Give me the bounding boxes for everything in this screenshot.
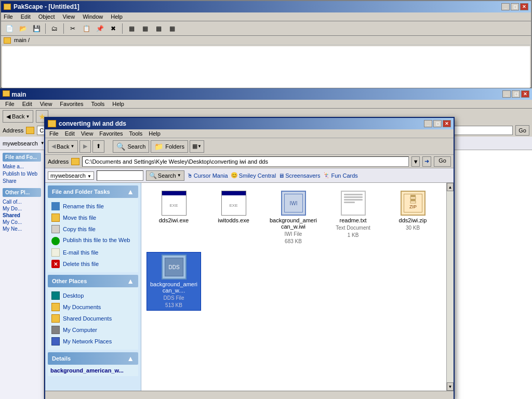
dialog-menu-fav[interactable]: Favorites bbox=[99, 130, 123, 137]
file-item-readme[interactable]: readme.txt Text Document 1 KB bbox=[326, 188, 380, 247]
tb-save[interactable]: 💾 bbox=[31, 23, 42, 34]
ie-back-menu-edit[interactable]: Edit bbox=[22, 101, 32, 107]
file-name-bg-dds: background_american_w.... bbox=[149, 281, 198, 294]
ie-back-share-link[interactable]: Share bbox=[3, 178, 41, 184]
addr-folder-icon bbox=[71, 158, 79, 165]
tb-delete[interactable]: ✖ bbox=[108, 23, 119, 34]
delete-task[interactable]: ✕ Delete this file bbox=[50, 258, 136, 270]
cursor-mania-link[interactable]: 🖱 Cursor Mania bbox=[187, 172, 228, 179]
file-name-readme: readme.txt bbox=[340, 217, 367, 223]
pakscape-close-btn[interactable]: ✕ bbox=[520, 3, 528, 10]
ie-back-btn[interactable]: ◀ Back▼ bbox=[3, 110, 33, 123]
dialog-menu-help[interactable]: Help bbox=[149, 130, 161, 137]
ie-back-close[interactable]: ✕ bbox=[521, 90, 529, 98]
shareddocs-place[interactable]: Shared Documents bbox=[50, 313, 136, 324]
mywebsearch-arrow: ▼ bbox=[87, 174, 91, 179]
ie-back-menu-tools[interactable]: Tools bbox=[91, 101, 105, 107]
ie-back-menu-help[interactable]: Help bbox=[112, 101, 124, 107]
other-places-header[interactable]: Other Places ▲ bbox=[48, 275, 138, 287]
scrollbar-track[interactable] bbox=[447, 191, 454, 382]
ie-back-go-btn[interactable]: Go bbox=[515, 125, 529, 136]
ie-back-menu-fav[interactable]: Favorites bbox=[60, 101, 83, 107]
svg-rect-4 bbox=[410, 197, 416, 199]
mycomputer-place[interactable]: My Computer bbox=[50, 324, 136, 336]
ie-back-place-1[interactable]: Call of... bbox=[3, 199, 41, 205]
folders-button[interactable]: 📁 Folders bbox=[151, 140, 188, 153]
addr-go-btn[interactable]: Go bbox=[434, 156, 451, 167]
addr-input[interactable] bbox=[82, 156, 409, 167]
desktop-place[interactable]: Desktop bbox=[50, 290, 136, 301]
addr-dropdown-btn[interactable]: ▼ bbox=[411, 156, 420, 167]
tb-view3[interactable]: ▦ bbox=[153, 23, 164, 34]
publish-task[interactable]: Publish this file to the Web bbox=[50, 235, 136, 247]
file-tasks-header[interactable]: File and Folder Tasks ▲ bbox=[48, 185, 138, 198]
dialog-restore-btn[interactable]: ◻ bbox=[433, 120, 442, 127]
addr-go-arrow[interactable]: ➜ bbox=[422, 156, 431, 167]
rename-task[interactable]: Rename this file bbox=[50, 201, 136, 212]
menu-file[interactable]: File bbox=[4, 14, 13, 20]
mynetwork-place[interactable]: My Network Places bbox=[50, 336, 136, 347]
dialog-menu-edit[interactable]: Edit bbox=[65, 130, 75, 137]
screensavers-link[interactable]: 🖥 Screensavers bbox=[278, 172, 320, 179]
move-task[interactable]: Move this file bbox=[50, 212, 136, 223]
file-item-bg-dds[interactable]: DDS background_american_w.... DDS File 5… bbox=[147, 252, 201, 311]
file-item-iwitodds-exe[interactable]: EXE iwitodds.exe bbox=[206, 188, 261, 247]
mywebsearch-input[interactable] bbox=[97, 170, 143, 181]
ie-back-minimize[interactable]: _ bbox=[502, 90, 511, 98]
ie-back-place-4[interactable]: My Co... bbox=[3, 219, 41, 225]
scrollbar-up-btn[interactable]: ▲ bbox=[447, 183, 454, 191]
mywebsearch-dropdown[interactable]: mywebsearch ▼ bbox=[48, 171, 94, 180]
dialog-minimize-btn[interactable]: _ bbox=[424, 120, 432, 127]
pakscape-restore-btn[interactable]: ◻ bbox=[511, 3, 519, 10]
ie-back-place-5[interactable]: My Ne... bbox=[3, 226, 41, 232]
copy-task[interactable]: Copy this file bbox=[50, 223, 136, 235]
exe-preview-2: EXE bbox=[221, 191, 246, 216]
tb-new[interactable]: 📄 bbox=[4, 23, 15, 34]
menu-edit[interactable]: Edit bbox=[21, 14, 31, 20]
ie-back-menu-view[interactable]: View bbox=[40, 101, 52, 107]
menu-object[interactable]: Object bbox=[38, 14, 55, 20]
tb-paste[interactable]: 📌 bbox=[94, 23, 105, 34]
dialog-menu-file[interactable]: File bbox=[49, 130, 59, 137]
ie-back-publish-link[interactable]: Publish to Web bbox=[3, 171, 41, 177]
ie-back-place-3[interactable]: Shared bbox=[3, 212, 41, 218]
details-header[interactable]: Details ▲ bbox=[48, 352, 138, 365]
search-button[interactable]: 🔍 Search bbox=[113, 140, 149, 153]
tb-copy[interactable]: 📋 bbox=[81, 23, 92, 34]
mywebsearch-bar: mywebsearch ▼ 🔍 Search ▼ 🖱 Cursor Mania … bbox=[45, 168, 454, 183]
up-button[interactable]: ⬆ bbox=[92, 140, 104, 153]
pakscape-content bbox=[2, 46, 530, 88]
menu-window[interactable]: Window bbox=[83, 14, 103, 20]
dialog-menu-view[interactable]: View bbox=[81, 130, 94, 137]
ie-back-place-2[interactable]: My Do... bbox=[3, 206, 41, 211]
file-item-bg-iwi[interactable]: IWI background_american_w.iwi IWI File 6… bbox=[266, 188, 321, 247]
scrollbar-down-btn[interactable]: ▼ bbox=[447, 382, 454, 391]
tb-open[interactable]: 📂 bbox=[17, 23, 29, 34]
tb-view1[interactable]: ▦ bbox=[126, 23, 137, 34]
fun-cards-link[interactable]: 🃏 Fun Cards bbox=[323, 172, 357, 179]
mydocs-place[interactable]: My Documents bbox=[50, 301, 136, 313]
mycomputer-icon bbox=[51, 326, 60, 334]
menu-help[interactable]: Help bbox=[111, 14, 123, 20]
pakscape-minimize-btn[interactable]: _ bbox=[501, 3, 510, 10]
tb-view2[interactable]: ▦ bbox=[139, 23, 151, 34]
file-item-zip[interactable]: ZIP dds2iwi.zip 30 KB bbox=[385, 188, 440, 247]
email-task[interactable]: E-mail this file bbox=[50, 247, 136, 258]
tb-view4[interactable]: ▦ bbox=[166, 23, 178, 34]
tb-cut[interactable]: ✂ bbox=[67, 23, 78, 34]
ie-back-menubar: File Edit View Favorites Tools Help bbox=[0, 100, 532, 109]
ie-back-menu-file[interactable]: File bbox=[5, 101, 15, 107]
tb-browse[interactable]: 🗂 bbox=[49, 23, 60, 34]
ie-back-file-tasks-hdr: File and Fo... bbox=[3, 153, 41, 162]
back-button[interactable]: ◀ Back ▼ bbox=[48, 140, 78, 153]
menu-view[interactable]: View bbox=[63, 14, 75, 20]
file-item-dds2iwi-exe[interactable]: EXE dds2iwi.exe bbox=[147, 188, 201, 247]
view-button[interactable]: ▦▼ bbox=[190, 140, 204, 153]
mywebsearch-search-btn[interactable]: 🔍 Search ▼ bbox=[146, 170, 184, 181]
dialog-menu-tools[interactable]: Tools bbox=[129, 130, 143, 137]
forward-button[interactable]: ▶ bbox=[79, 140, 91, 153]
smiley-central-link[interactable]: 😊 Smiley Central bbox=[231, 172, 276, 179]
ie-back-make-link[interactable]: Make a... bbox=[3, 164, 41, 169]
dialog-close-btn[interactable]: ✕ bbox=[443, 120, 451, 127]
ie-back-restore[interactable]: ◻ bbox=[512, 90, 520, 98]
